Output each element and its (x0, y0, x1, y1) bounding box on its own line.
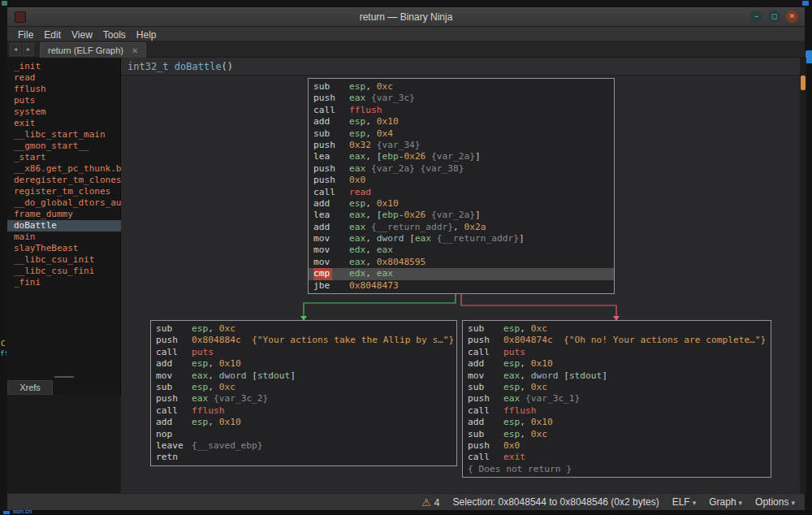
sidebar-function[interactable]: __gmon_start__ (7, 141, 121, 152)
sidebar-function[interactable]: puts (7, 95, 121, 106)
menu-view[interactable]: View (67, 28, 97, 42)
asm-line[interactable]: callputs (468, 347, 771, 358)
tab-close-icon[interactable]: ✕ (132, 46, 138, 55)
scrollbar-thumb[interactable] (801, 76, 806, 90)
sidebar-function[interactable]: frame_dummy (7, 209, 121, 220)
close-button[interactable]: ✕ (786, 11, 798, 23)
sidebar-function[interactable]: __libc_csu_fini (7, 266, 121, 277)
asm-line[interactable]: moveax, dword [stdout] (468, 370, 771, 382)
asm-token: {var_2a} {var_38} (371, 163, 464, 174)
asm-line[interactable]: subesp, 0xc (156, 382, 456, 393)
format-dropdown[interactable]: ELF▾ (672, 496, 697, 508)
asm-line[interactable]: callfflush (156, 405, 456, 417)
asm-line[interactable]: leaeax, [ebp-0x26 {var_2a}] (313, 210, 614, 221)
warnings-indicator[interactable]: ⚠4 (421, 496, 439, 509)
asm-line[interactable]: subesp, 0xc (468, 323, 771, 335)
asm-line[interactable]: callfflush (468, 405, 771, 417)
tab-return-elf-graph[interactable]: return (ELF Graph) ✕ (40, 42, 146, 58)
asm-token: push (313, 140, 349, 151)
asm-line[interactable]: { Does not return } (468, 464, 771, 475)
asm-line[interactable]: pusheax {var_3c_1} (468, 393, 771, 405)
asm-line[interactable]: push0x32 {var_34} (313, 140, 614, 151)
sidebar-splitter[interactable] (7, 374, 121, 380)
sidebar-function[interactable]: _init (7, 61, 121, 72)
asm-token: , (208, 370, 218, 381)
asm-line[interactable]: addesp, 0x10 (313, 198, 614, 210)
title-bar[interactable]: return — Binary Ninja − ◻ ✕ (7, 7, 805, 27)
asm-line[interactable]: addesp, 0x10 (468, 417, 771, 428)
sidebar-function[interactable]: deregister_tm_clones (7, 175, 121, 186)
view-mode-dropdown[interactable]: Graph▾ (709, 496, 742, 508)
nav-forward-button[interactable]: ▸ (23, 43, 34, 56)
asm-token: mov (313, 233, 349, 245)
asm-line[interactable]: callexit (468, 452, 771, 463)
asm-line[interactable]: leaeax, [ebp-0x26 {var_2a}] (313, 151, 614, 162)
asm-token: ebp (382, 151, 398, 162)
sidebar-function[interactable]: read (7, 72, 121, 84)
graph-view[interactable]: subesp, 0xcpusheax {var_3c}callfflushadd… (121, 76, 800, 493)
menu-help[interactable]: Help (132, 28, 161, 42)
sidebar-function[interactable]: __x86.get_pc_thunk.bx (7, 163, 121, 175)
asm-line[interactable]: subesp, 0x4 (313, 128, 614, 140)
asm-line[interactable]: callfflush (313, 105, 614, 116)
asm-line[interactable]: addesp, 0x10 (156, 358, 456, 370)
asm-line[interactable]: moveax, dword [stdout] (156, 370, 456, 382)
sidebar-function[interactable]: __do_global_dtors_aux (7, 197, 121, 209)
asm-line[interactable]: callputs (156, 347, 456, 358)
minimize-button[interactable]: − (750, 11, 762, 23)
nav-back-button[interactable]: ◂ (10, 43, 21, 56)
asm-line[interactable]: pusheax {var_2a} {var_38} (313, 163, 614, 175)
asm-line[interactable]: subesp, 0xc (313, 81, 614, 93)
asm-line[interactable]: retn (156, 452, 456, 463)
menu-tools[interactable]: Tools (99, 28, 130, 42)
asm-line[interactable]: push0x804884c {"Your actions take the Al… (156, 335, 456, 346)
sidebar-function[interactable]: _fini (7, 277, 121, 288)
asm-line[interactable]: pusheax {var_3c_2} (156, 393, 456, 405)
asm-line[interactable]: pusheax {var_3c} (313, 93, 614, 104)
asm-line[interactable]: nop (156, 429, 456, 440)
menu-edit[interactable]: Edit (40, 28, 65, 42)
menu-file[interactable]: File (14, 28, 37, 42)
menu-bar: FileEditViewToolsHelp (7, 27, 805, 41)
asm-token: esp (192, 382, 208, 392)
sidebar-function[interactable]: slayTheBeast (7, 243, 121, 254)
options-dropdown[interactable]: Options▾ (755, 496, 795, 508)
asm-token: push (468, 335, 503, 346)
asm-line[interactable]: addesp, 0x10 (156, 417, 456, 428)
binary-ninja-window: return — Binary Ninja − ◻ ✕ FileEditView… (6, 6, 806, 510)
sidebar-function[interactable]: fflush (7, 84, 121, 95)
asm-line[interactable]: moveax, dword [eax {__return_addr}] (313, 233, 614, 245)
sidebar-function[interactable]: exit (7, 118, 121, 129)
tab-label: return (ELF Graph) (48, 45, 123, 55)
asm-token: read (349, 187, 371, 197)
asm-line[interactable]: moveax, 0x8048595 (313, 257, 614, 268)
asm-line[interactable]: subesp, 0xc (468, 429, 771, 440)
asm-line[interactable]: subesp, 0xc (468, 382, 771, 393)
asm-line[interactable]: push0x0 (313, 175, 614, 186)
maximize-button[interactable]: ◻ (768, 11, 780, 23)
asm-line[interactable]: cmpedx, eax (309, 268, 614, 279)
sidebar-function[interactable]: __libc_csu_init (7, 254, 121, 266)
asm-line[interactable]: jbe0x8048473 (313, 280, 614, 292)
asm-line[interactable]: callread (313, 187, 614, 198)
asm-line[interactable]: addeax {__return_addr}, 0x2a (313, 222, 614, 233)
asm-line[interactable]: leave{__saved_ebp} (156, 440, 456, 452)
asm-line[interactable]: push0x804874c {"Oh no! Your actions are … (468, 335, 771, 346)
asm-line[interactable]: subesp, 0xc (156, 323, 456, 335)
asm-line[interactable]: addesp, 0x10 (468, 358, 771, 370)
sidebar-function[interactable]: main (7, 232, 121, 243)
asm-token: ] (519, 233, 525, 244)
sidebar-function[interactable]: system (7, 106, 121, 118)
asm-token: esp (503, 429, 520, 439)
graph-scrollbar[interactable] (800, 58, 806, 493)
asm-token: mov (313, 245, 349, 256)
asm-line[interactable]: movedx, eax (313, 245, 614, 256)
sidebar-function[interactable]: _start (7, 152, 121, 163)
asm-line[interactable]: push0x0 (468, 440, 771, 452)
sidebar-function[interactable]: register_tm_clones (7, 186, 121, 197)
sidebar-function[interactable]: doBattle (7, 220, 121, 232)
xrefs-tab[interactable]: Xrefs (7, 380, 53, 395)
asm-token: , (365, 257, 376, 267)
sidebar-function[interactable]: __libc_start_main (7, 129, 121, 141)
asm-line[interactable]: addesp, 0x10 (313, 116, 614, 128)
